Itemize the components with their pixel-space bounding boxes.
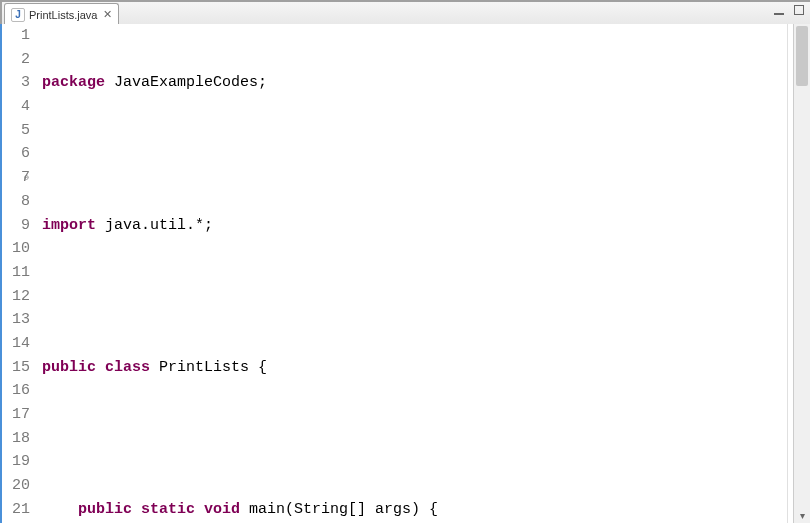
java-file-icon: J [11,8,25,22]
code-editor[interactable]: package JavaExampleCodes; import java.ut… [36,24,787,523]
line-number: 17 [1,403,30,427]
line-number: 15 [1,356,30,380]
line-number: 11 [1,261,30,285]
line-number: 1 [1,24,30,48]
line-number: 18 [1,427,30,451]
line-number: 8 [1,190,30,214]
line-number: 20 [1,474,30,498]
scrollbar-thumb[interactable] [796,26,808,86]
line-number: 21 [1,498,30,522]
minimize-icon[interactable] [774,5,784,15]
line-number: 5 [1,119,30,143]
window-controls [774,5,804,15]
scroll-down-icon[interactable]: ▾ [794,507,810,523]
code-line: import java.util.*; [36,214,787,238]
editor-tab[interactable]: J PrintLists.java ✕ [4,3,119,25]
code-line [36,285,787,309]
line-number: 10 [1,237,30,261]
line-number: 2 [1,48,30,72]
line-number: 13 [1,308,30,332]
line-number: 16 [1,379,30,403]
code-line: package JavaExampleCodes; [36,71,787,95]
tab-bar: J PrintLists.java ✕ [2,2,810,26]
line-number: 19 [1,450,30,474]
line-number: 3 [1,71,30,95]
line-number: 6 [1,142,30,166]
editor-area: 1 2 3 4 5 6 7⊖ 8 9 10 11 12 13 14 15 16 … [1,24,810,523]
line-number: 12 [1,285,30,309]
change-indicator-strip [1,24,2,523]
fold-marker-icon[interactable]: ⊖ [24,166,29,190]
maximize-icon[interactable] [794,5,804,15]
code-line: public class PrintLists { [36,356,787,380]
close-icon[interactable]: ✕ [103,8,112,21]
line-number: 4 [1,95,30,119]
vertical-scrollbar[interactable]: ▴ ▾ [793,24,810,523]
line-number-gutter: 1 2 3 4 5 6 7⊖ 8 9 10 11 12 13 14 15 16 … [1,24,36,523]
code-line [36,427,787,451]
line-number: 7⊖ [1,166,30,190]
line-number: 9 [1,214,30,238]
tab-filename: PrintLists.java [29,9,97,21]
code-line: public static void main(String[] args) { [36,498,787,522]
line-number: 14 [1,332,30,356]
code-line [36,143,787,167]
